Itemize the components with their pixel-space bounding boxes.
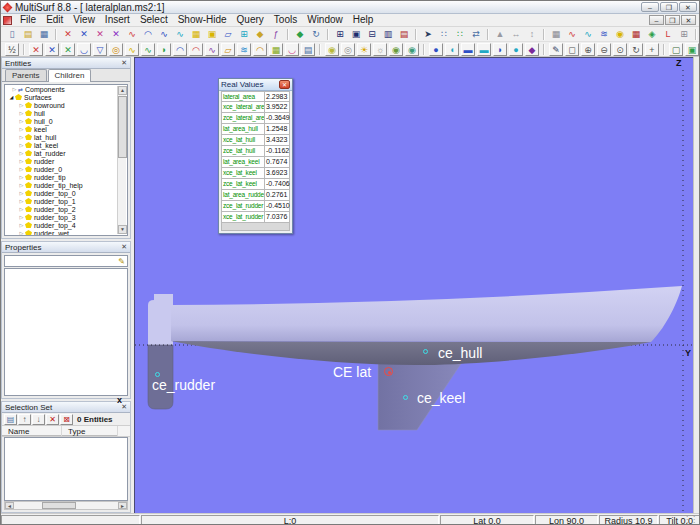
helix-icon[interactable]: ∿ xyxy=(205,43,219,56)
zoom-out-icon[interactable]: ⊖ xyxy=(597,43,611,56)
update-model-icon[interactable]: ↻ xyxy=(309,28,323,41)
expander-icon[interactable]: ▷ xyxy=(18,118,25,124)
ce_lat-point[interactable] xyxy=(384,367,393,376)
panel-grid-icon[interactable]: ⊞ xyxy=(677,28,691,41)
properties-field[interactable]: ✎ xyxy=(4,255,128,267)
curve-icon[interactable]: ∿ xyxy=(157,28,171,41)
frame-icon[interactable]: ⊞ xyxy=(237,28,251,41)
select-cursor-icon[interactable]: ➤ xyxy=(421,28,435,41)
minimize-button[interactable]: – xyxy=(641,2,659,12)
scroll-down-icon[interactable]: ▼ xyxy=(118,225,127,234)
tree-item-rudder_tip[interactable]: ▷rudder_tip xyxy=(5,173,127,181)
tree-item-rudder_top_4[interactable]: ▷rudder_top_4 xyxy=(5,221,127,229)
entity-icon[interactable]: ◆ xyxy=(253,28,267,41)
expander-icon[interactable]: ▷ xyxy=(18,190,25,196)
tree-item-rudder_top_2[interactable]: ▷rudder_top_2 xyxy=(5,205,127,213)
cspline-icon[interactable]: ∿ xyxy=(141,43,155,56)
expander-icon[interactable]: ▷ xyxy=(18,126,25,132)
rel-point-icon[interactable]: ✕ xyxy=(45,43,59,56)
tab-children[interactable]: Children xyxy=(48,69,92,82)
expander-icon[interactable]: ▷ xyxy=(18,102,25,108)
edit-icon[interactable]: ✎ xyxy=(118,257,127,266)
tree-item-bowround[interactable]: ▷bowround xyxy=(5,101,127,109)
select-points-icon[interactable]: ∷ xyxy=(437,28,451,41)
mdi-restore-button[interactable]: ❐ xyxy=(665,15,680,25)
menu-file[interactable]: File xyxy=(15,14,41,26)
foil-curve-icon[interactable]: ◗ xyxy=(157,43,171,56)
model-viewport[interactable]: Z Y ce_rudderCE latce_hullce_keel Real V… xyxy=(134,57,693,513)
entities-close-icon[interactable]: ✕ xyxy=(121,59,127,67)
hydrostatics-icon[interactable]: ▦ xyxy=(629,28,643,41)
view-bottom-icon[interactable]: ▬ xyxy=(477,43,491,56)
menu-show-hide[interactable]: Show-Hide xyxy=(173,14,232,26)
expander-icon[interactable]: ▷ xyxy=(18,214,25,220)
arc-tool-icon[interactable]: ◠ xyxy=(173,43,187,56)
report-icon[interactable]: ◈ xyxy=(645,28,659,41)
bead-icon[interactable]: ✕ xyxy=(77,28,91,41)
view-iso-icon[interactable]: ◆ xyxy=(525,43,539,56)
rudder-head[interactable] xyxy=(148,294,173,345)
body-view-icon[interactable]: ▤ xyxy=(397,28,411,41)
tree-item-hull[interactable]: ▷hull xyxy=(5,109,127,117)
expander-icon[interactable]: ◢ xyxy=(8,94,15,100)
tree-item-rudder_wet[interactable]: ▷rudder_wet xyxy=(5,229,127,236)
view-back-icon[interactable]: ◖ xyxy=(445,43,459,56)
lofted-surface-icon[interactable]: ≋ xyxy=(237,43,251,56)
tree-item-rudder[interactable]: ▷rudder xyxy=(5,157,127,165)
expander-icon[interactable]: ▷ xyxy=(18,222,25,228)
abs-point-icon[interactable]: ✕ xyxy=(29,43,43,56)
export-icon[interactable]: ▤ xyxy=(301,43,315,56)
hscroll-thumb[interactable] xyxy=(42,502,76,509)
tree-item-keel[interactable]: ▷keel xyxy=(5,125,127,133)
menu-help[interactable]: Help xyxy=(348,14,379,26)
maximize-button[interactable]: ❐ xyxy=(660,2,678,12)
expander-icon[interactable]: ▷ xyxy=(18,166,25,172)
ce_hull-point[interactable] xyxy=(423,349,428,354)
expander-icon[interactable]: ▷ xyxy=(18,110,25,116)
selection-list[interactable] xyxy=(4,437,128,501)
view-top-icon[interactable]: ▬ xyxy=(461,43,475,56)
hide-entity-icon[interactable]: ◎ xyxy=(341,43,355,56)
show-all-icon[interactable]: ☀ xyxy=(357,43,371,56)
measure-icon[interactable]: ▲ xyxy=(493,28,507,41)
new-file-icon[interactable]: ▯ xyxy=(5,28,19,41)
ruler-icon[interactable]: L xyxy=(661,28,675,41)
solid-icon[interactable]: ▣ xyxy=(205,28,219,41)
compass-icon[interactable]: ✎ xyxy=(549,43,563,56)
ruled-surface-icon[interactable]: ▱ xyxy=(221,43,235,56)
refresh-view-icon[interactable]: ↻ xyxy=(629,43,643,56)
arc-icon[interactable]: ◠ xyxy=(141,28,155,41)
expander-icon[interactable]: ▷ xyxy=(18,182,25,188)
expander-icon[interactable]: ▷ xyxy=(11,86,18,92)
tree-scrollbar[interactable]: ▲ ▼ xyxy=(117,86,126,234)
conic-icon[interactable]: ◠ xyxy=(189,43,203,56)
menu-insert[interactable]: Insert xyxy=(100,14,135,26)
tree-item-lat_rudder[interactable]: ▷lat_rudder xyxy=(5,149,127,157)
surface-icon[interactable]: ▦ xyxy=(189,28,203,41)
tree-item-rudder_tip_help[interactable]: ▷rudder_tip_help xyxy=(5,181,127,189)
selection-hscrollbar[interactable]: ◄ ► xyxy=(4,501,128,510)
show-parents-icon[interactable]: ◉ xyxy=(389,43,403,56)
line-icon[interactable]: ∿ xyxy=(125,28,139,41)
expander-icon[interactable]: ▷ xyxy=(18,206,25,212)
nudge-y-icon[interactable]: ↕ xyxy=(525,28,539,41)
ring-icon[interactable]: ✕ xyxy=(109,28,123,41)
zoom-window-icon[interactable]: ◻ xyxy=(565,43,579,56)
column-header-type[interactable]: Type xyxy=(62,426,118,436)
contours-icon[interactable]: ≋ xyxy=(597,28,611,41)
magnet-icon[interactable]: ✕ xyxy=(93,28,107,41)
ring-tool-icon[interactable]: ◎ xyxy=(109,43,123,56)
curvature-icon[interactable]: ∿ xyxy=(565,28,579,41)
tree-item-lat_hull[interactable]: ▷lat_hull xyxy=(5,133,127,141)
show-children-icon[interactable]: ◉ xyxy=(405,43,419,56)
bspline-icon[interactable]: ∿ xyxy=(125,43,139,56)
expander-icon[interactable]: ▷ xyxy=(18,198,25,204)
scroll-left-icon[interactable]: ◄ xyxy=(5,502,14,509)
check-model-icon[interactable]: ◆ xyxy=(293,28,307,41)
save-icon[interactable]: ▦ xyxy=(37,28,51,41)
expander-icon[interactable]: ▷ xyxy=(18,134,25,140)
properties-close-icon[interactable]: ✕ xyxy=(121,243,127,251)
fillet-surface-icon[interactable]: ◡ xyxy=(285,43,299,56)
tree-item-rudder_top_3[interactable]: ▷rudder_top_3 xyxy=(5,213,127,221)
scroll-thumb[interactable] xyxy=(118,96,127,158)
